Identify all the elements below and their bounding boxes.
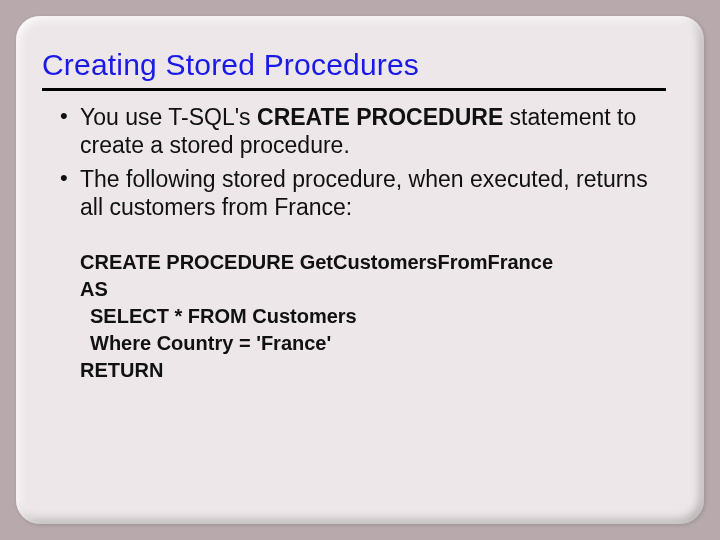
- slide: Creating Stored Procedures You use T-SQL…: [16, 16, 704, 524]
- bullet-text-pre: You use T-SQL's: [80, 104, 257, 130]
- bullet-item: You use T-SQL's CREATE PROCEDURE stateme…: [56, 103, 664, 159]
- bullet-item: The following stored procedure, when exe…: [56, 165, 664, 221]
- code-line: RETURN: [80, 357, 664, 384]
- code-block: CREATE PROCEDURE GetCustomersFromFrance …: [56, 249, 664, 384]
- bullet-list: You use T-SQL's CREATE PROCEDURE stateme…: [56, 103, 664, 221]
- slide-title: Creating Stored Procedures: [42, 48, 666, 91]
- code-line: SELECT * FROM Customers: [80, 303, 664, 330]
- bullet-text-pre: The following stored procedure, when exe…: [80, 166, 648, 220]
- bullet-text-strong: CREATE PROCEDURE: [257, 104, 503, 130]
- code-line: CREATE PROCEDURE GetCustomersFromFrance: [80, 249, 664, 276]
- code-line: Where Country = 'France': [80, 330, 664, 357]
- code-line: AS: [80, 276, 664, 303]
